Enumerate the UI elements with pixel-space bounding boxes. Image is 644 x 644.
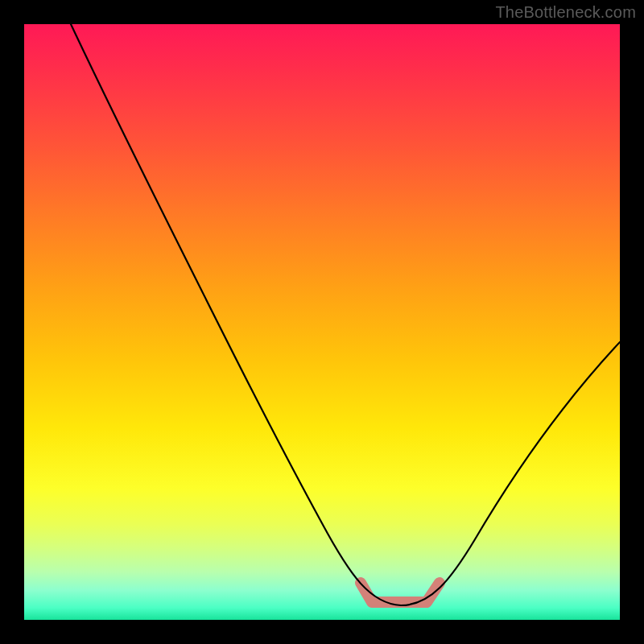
plot-area	[24, 24, 620, 620]
watermark-text: TheBottleneck.com	[495, 3, 636, 22]
optimal-range-highlight	[361, 583, 440, 602]
chart-frame: TheBottleneck.com	[0, 0, 644, 644]
curve-overlay	[24, 24, 620, 620]
bottleneck-curve	[71, 24, 620, 605]
